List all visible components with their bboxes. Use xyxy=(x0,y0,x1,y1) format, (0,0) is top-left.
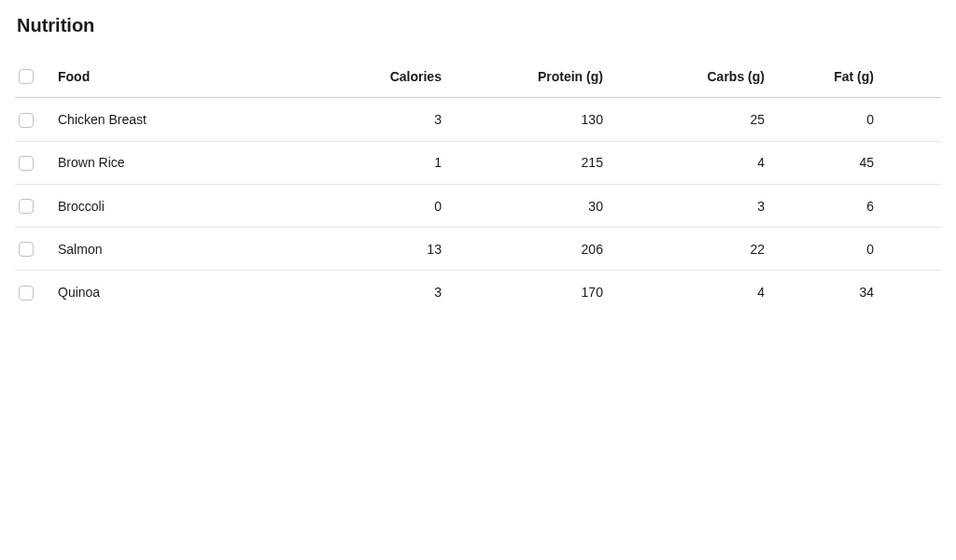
cell-fat: 0 xyxy=(780,228,941,271)
column-header-protein[interactable]: Protein (g) xyxy=(457,55,618,98)
row-checkbox[interactable] xyxy=(19,199,34,214)
cell-food: Quinoa xyxy=(54,271,295,314)
cell-protein: 215 xyxy=(457,141,618,184)
table-row: Brown Rice 1 215 4 45 xyxy=(15,141,941,184)
cell-calories: 0 xyxy=(295,184,457,227)
cell-fat: 0 xyxy=(780,98,941,141)
row-checkbox[interactable] xyxy=(19,286,34,301)
cell-calories: 3 xyxy=(295,271,457,314)
table-row: Quinoa 3 170 4 34 xyxy=(15,271,941,314)
column-header-food[interactable]: Food xyxy=(54,55,295,98)
page-title: Nutrition xyxy=(15,15,941,36)
nutrition-table: Food Calories Protein (g) Carbs (g) Fat … xyxy=(15,55,941,314)
select-all-checkbox[interactable] xyxy=(19,69,34,84)
cell-fat: 45 xyxy=(780,141,941,184)
cell-carbs: 22 xyxy=(618,228,780,271)
cell-protein: 130 xyxy=(457,98,618,141)
cell-fat: 6 xyxy=(780,184,941,227)
cell-fat: 34 xyxy=(780,271,941,314)
column-header-fat[interactable]: Fat (g) xyxy=(780,55,941,98)
header-row: Food Calories Protein (g) Carbs (g) Fat … xyxy=(15,55,941,98)
cell-protein: 30 xyxy=(457,184,618,227)
column-header-calories[interactable]: Calories xyxy=(295,55,457,98)
table-row: Broccoli 0 30 3 6 xyxy=(15,184,941,227)
row-checkbox[interactable] xyxy=(19,242,34,257)
cell-carbs: 25 xyxy=(618,98,780,141)
cell-carbs: 3 xyxy=(618,184,780,227)
cell-food: Salmon xyxy=(54,228,295,271)
cell-food: Broccoli xyxy=(54,184,295,227)
row-checkbox[interactable] xyxy=(19,113,34,128)
cell-calories: 13 xyxy=(295,228,457,271)
cell-protein: 206 xyxy=(457,228,618,271)
cell-carbs: 4 xyxy=(618,271,780,314)
cell-carbs: 4 xyxy=(618,141,780,184)
cell-food: Chicken Breast xyxy=(54,98,295,141)
column-header-carbs[interactable]: Carbs (g) xyxy=(618,55,780,98)
table-row: Salmon 13 206 22 0 xyxy=(15,228,941,271)
table-row: Chicken Breast 3 130 25 0 xyxy=(15,98,941,141)
cell-protein: 170 xyxy=(457,271,618,314)
cell-calories: 3 xyxy=(295,98,457,141)
row-checkbox[interactable] xyxy=(19,156,34,171)
cell-food: Brown Rice xyxy=(54,141,295,184)
cell-calories: 1 xyxy=(295,141,457,184)
